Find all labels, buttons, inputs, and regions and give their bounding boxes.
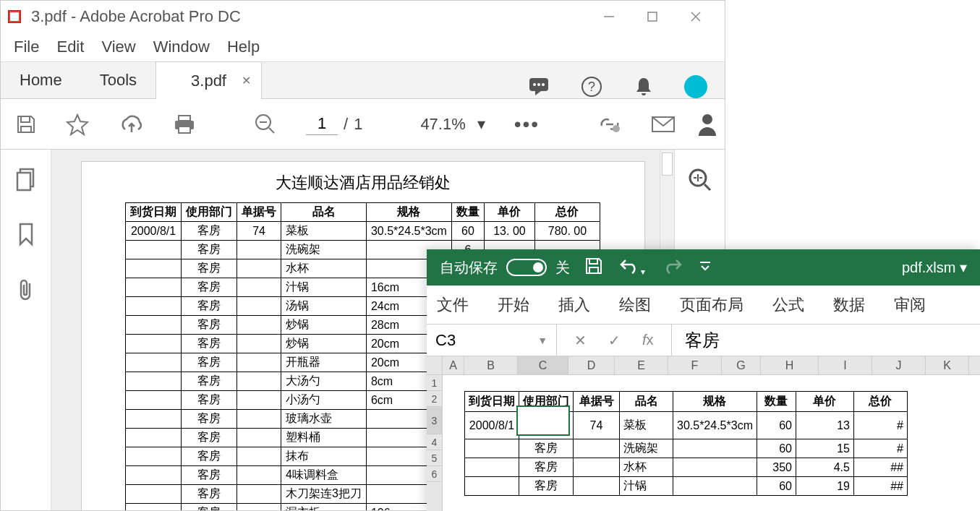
- autosave-state: 关: [555, 258, 570, 278]
- ribbon-layout[interactable]: 页面布局: [680, 294, 743, 316]
- tab-document[interactable]: 3.pdf ✕: [155, 61, 262, 99]
- page-total: 1: [354, 115, 362, 134]
- menu-file[interactable]: File: [5, 35, 48, 59]
- selected-cell[interactable]: [518, 407, 568, 434]
- excel-save-icon[interactable]: [584, 257, 603, 279]
- avatar-icon[interactable]: [684, 75, 707, 98]
- zoom-out-icon[interactable]: [254, 111, 277, 137]
- menu-window[interactable]: Window: [145, 35, 218, 59]
- left-sidebar: [1, 150, 51, 510]
- maximize-button[interactable]: [631, 1, 674, 33]
- tab-bar: Home Tools 3.pdf ✕ ?: [1, 61, 725, 99]
- bookmark-panel-icon[interactable]: [13, 222, 39, 248]
- svg-rect-20: [17, 173, 30, 190]
- svg-point-6: [537, 83, 540, 86]
- help-icon[interactable]: ?: [580, 75, 603, 98]
- row-headers: 123456: [427, 356, 443, 511]
- zoom-value: 47.1%: [420, 115, 465, 134]
- ribbon-draw[interactable]: 绘图: [619, 294, 651, 316]
- cancel-formula-icon[interactable]: ✕: [574, 332, 587, 349]
- excel-window: 自动保存 关 ▾ pdf.xlsm ▾ 文件 开始 插入 绘图 页面布局 公式 …: [427, 249, 980, 511]
- autosave-toggle[interactable]: 自动保存 关: [440, 258, 570, 278]
- comment-icon[interactable]: [528, 75, 551, 98]
- bell-icon[interactable]: [632, 75, 655, 98]
- ribbon-review[interactable]: 审阅: [894, 294, 926, 316]
- formula-bar: C3▼ ✕ ✓ fx 客房: [427, 325, 980, 356]
- page-current-input[interactable]: [306, 113, 338, 135]
- name-box[interactable]: C3▼: [427, 325, 557, 356]
- excel-filename[interactable]: pdf.xlsm ▾: [902, 259, 967, 276]
- undo-icon[interactable]: ▾: [619, 257, 645, 278]
- more-icon[interactable]: •••: [514, 113, 540, 136]
- cloud-upload-icon[interactable]: [118, 111, 144, 137]
- page-separator: /: [344, 115, 348, 134]
- doc-title: 大连顺达酒店用品经销处: [82, 172, 644, 194]
- col-headers: ABCDEFGHIJK: [443, 356, 980, 375]
- menubar: File Edit View Window Help: [1, 33, 725, 61]
- titlebar: 3.pdf - Adobe Acrobat Pro DC: [1, 1, 725, 33]
- tab-home[interactable]: Home: [1, 62, 81, 98]
- redo-icon[interactable]: [661, 257, 683, 278]
- svg-point-5: [533, 83, 536, 86]
- toggle-pill: [506, 259, 547, 276]
- link-icon[interactable]: [597, 111, 622, 137]
- chevron-down-icon: ▼: [537, 335, 547, 346]
- tab-document-label: 3.pdf: [191, 72, 226, 90]
- ribbon-formulas[interactable]: 公式: [772, 294, 804, 316]
- chevron-down-icon: ▾: [477, 115, 485, 134]
- tab-tools[interactable]: Tools: [81, 62, 155, 98]
- formula-value[interactable]: 客房: [672, 329, 733, 352]
- excel-grid[interactable]: 123456 ABCDEFGHIJK 到货日期使用部门单据号品名规格数量单价总价…: [427, 356, 980, 511]
- svg-text:?: ?: [588, 80, 595, 94]
- window-title: 3.pdf - Adobe Acrobat Pro DC: [31, 7, 241, 26]
- close-button[interactable]: [674, 1, 717, 33]
- svg-line-22: [704, 184, 710, 190]
- ribbon-file[interactable]: 文件: [437, 294, 469, 316]
- print-icon[interactable]: [173, 111, 196, 137]
- ribbon-data[interactable]: 数据: [833, 294, 865, 316]
- pdf-file-icon: [8, 10, 21, 23]
- menu-view[interactable]: View: [93, 35, 144, 59]
- minimize-button[interactable]: [587, 1, 631, 33]
- svg-point-16: [613, 125, 620, 132]
- svg-line-14: [269, 128, 274, 133]
- zoom-dropdown[interactable]: 47.1% ▾: [420, 115, 485, 134]
- autosave-label: 自动保存: [440, 258, 498, 278]
- qat-customize-icon[interactable]: [699, 259, 712, 276]
- svg-rect-10: [179, 116, 190, 121]
- zoom-tool-icon[interactable]: [687, 167, 713, 193]
- svg-rect-1: [648, 12, 657, 21]
- pages-panel-icon[interactable]: [13, 167, 39, 193]
- attachment-panel-icon[interactable]: [13, 277, 39, 303]
- excel-ribbon: 文件 开始 插入 绘图 页面布局 公式 数据 审阅: [427, 285, 980, 325]
- menu-help[interactable]: Help: [218, 35, 268, 59]
- excel-titlebar: 自动保存 关 ▾ pdf.xlsm ▾: [427, 249, 980, 285]
- mail-icon[interactable]: [651, 111, 676, 137]
- close-tab-icon[interactable]: ✕: [242, 74, 251, 87]
- ribbon-insert[interactable]: 插入: [558, 294, 590, 316]
- svg-point-7: [542, 83, 545, 86]
- menu-edit[interactable]: Edit: [48, 35, 93, 59]
- fx-icon[interactable]: fx: [642, 332, 654, 348]
- toolbar: / 1 47.1% ▾ •••: [1, 99, 725, 150]
- ribbon-home[interactable]: 开始: [498, 294, 529, 316]
- star-icon[interactable]: [66, 111, 89, 137]
- page-navigator: / 1: [306, 113, 362, 135]
- svg-point-18: [702, 114, 712, 124]
- user-icon[interactable]: [697, 111, 717, 137]
- svg-rect-12: [179, 126, 190, 133]
- accept-formula-icon[interactable]: ✓: [608, 332, 621, 349]
- save-icon[interactable]: [15, 111, 37, 137]
